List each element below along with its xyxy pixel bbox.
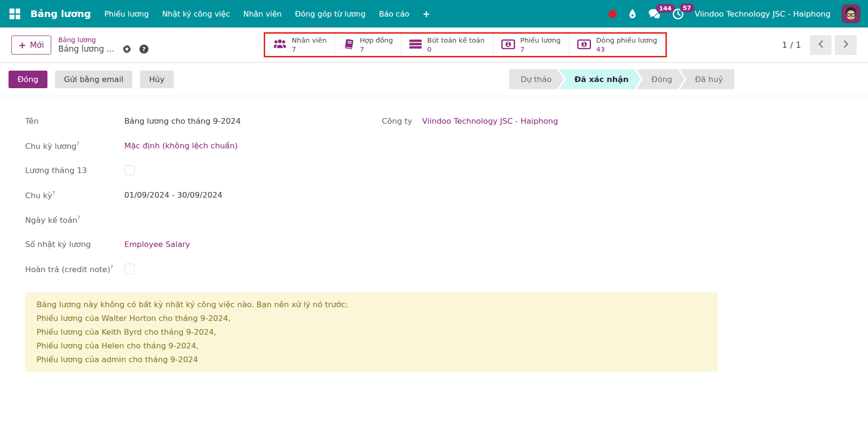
send-email-button[interactable]: Gửi bằng email <box>55 71 132 88</box>
pager: 1 / 1 <box>782 35 857 55</box>
breadcrumb-parent-link[interactable]: Bảng lương <box>58 36 148 44</box>
new-button[interactable]: + Mới <box>11 36 51 55</box>
field-row: Sổ nhật ký lương Employee Salary <box>25 232 382 256</box>
field-row: Hoàn trả (credit note)? <box>25 256 382 281</box>
breadcrumb-current: Bảng lương ... <box>58 44 114 54</box>
warning-line: Phiếu lương của Keith Byrd cho tháng 9-2… <box>37 325 706 339</box>
breadcrumb: Bảng lương Bảng lương ... ? <box>58 36 148 54</box>
chevron-left-icon <box>818 40 823 50</box>
menu-item-nhan-vien[interactable]: Nhân viên <box>237 9 288 18</box>
menu-plus-icon[interactable]: + <box>416 9 437 19</box>
smart-button-hop-dong[interactable]: Hợp đồng 7 <box>334 34 401 56</box>
menu-item-phieu-luong[interactable]: Phiếu lương <box>98 9 156 18</box>
statusbar-row: Đóng Gửi bằng email Hủy Dự thảo Đã xác n… <box>0 63 868 96</box>
smart-buttons-annotation-box: Nhân viên 7 Hợp đồng 7 <box>264 32 667 58</box>
activities-badge: 57 <box>680 3 694 12</box>
field-row: Ngày kế toán? <box>25 207 382 232</box>
stage-da-xac-nhan[interactable]: Đã xác nhận <box>559 69 641 89</box>
field-label-hoan-tra: Hoàn trả (credit note)? <box>25 264 124 274</box>
svg-text:1: 1 <box>582 42 586 47</box>
smart-button-label: Nhân viên <box>292 36 326 45</box>
field-label-ngay-ke-toan: Ngày kế toán? <box>25 215 124 225</box>
statusbar: Dự thảo Đã xác nhận Đóng Đã huỷ <box>509 69 734 89</box>
smart-button-label: Hợp đồng <box>360 36 393 45</box>
smart-button-label: Phiếu lương <box>520 36 561 45</box>
systray: 144 57 Viindoo Technology JSC - Haiphong <box>609 4 861 23</box>
record-indicator-dot <box>609 10 617 18</box>
warning-line: Phiếu lương của admin cho tháng 9-2024 <box>37 353 706 366</box>
warning-line: Bảng lương này không có bất kỳ nhật ký c… <box>37 298 706 311</box>
smart-button-phieu-luong[interactable]: 1 Phiếu lương 7 <box>493 34 569 56</box>
help-marker: ? <box>110 264 113 270</box>
field-value-chu-ky-luong[interactable]: Mặc định (không lệch chuẩn) <box>124 141 238 150</box>
money-icon: 1 <box>577 39 591 51</box>
company-switcher[interactable]: Viindoo Technology JSC - Haiphong <box>695 9 831 18</box>
field-value-ten: Bảng lương cho tháng 9-2024 <box>124 117 240 126</box>
help-marker: ? <box>52 190 55 196</box>
messages-icon[interactable]: 144 <box>648 9 661 19</box>
field-row: Lương tháng 13 <box>25 158 382 182</box>
checkbox-hoan-tra[interactable] <box>124 264 135 274</box>
form-sheet: Tên Bảng lương cho tháng 9-2024 Chu kỳ l… <box>0 96 868 391</box>
field-label-chu-ky-luong: Chu kỳ lương? <box>25 141 124 151</box>
field-row: Chu kỳ? 01/09/2024 - 30/09/2024 <box>25 182 382 207</box>
field-label-ten: Tên <box>25 117 124 126</box>
field-label-chu-ky: Chu kỳ? <box>25 190 124 200</box>
stage-du-thao[interactable]: Dự thảo <box>509 69 564 89</box>
plus-icon: + <box>18 40 26 50</box>
field-label-so-nhat-ky-luong: Sổ nhật ký lương <box>25 240 124 249</box>
stage-dong[interactable]: Đóng <box>636 69 684 89</box>
field-value-chu-ky: 01/09/2024 - 30/09/2024 <box>124 191 222 200</box>
menu-item-nhat-ky-cong-viec[interactable]: Nhật ký công việc <box>156 9 237 18</box>
smart-button-label: Bút toán kế toán <box>427 36 484 45</box>
smart-button-value: 7 <box>292 45 296 54</box>
smart-button-but-toan-ke-toan[interactable]: Bút toán kế toán 0 <box>401 34 492 56</box>
stage-da-huy[interactable]: Đã huỷ <box>680 69 734 89</box>
users-icon <box>273 39 286 51</box>
checkbox-luong-thang-13[interactable] <box>124 165 135 175</box>
apps-menu-icon[interactable] <box>8 9 22 19</box>
gear-icon[interactable] <box>122 45 131 54</box>
new-button-label: Mới <box>30 40 44 50</box>
app-title[interactable]: Bảng lương <box>30 8 91 19</box>
bars-icon <box>409 39 422 51</box>
field-row: Tên Bảng lương cho tháng 9-2024 <box>25 109 382 133</box>
activities-clock-icon[interactable]: 57 <box>672 8 684 20</box>
smart-button-nhan-vien[interactable]: Nhân viên 7 <box>265 34 334 56</box>
smart-button-value: 0 <box>427 45 431 54</box>
pager-next-button[interactable] <box>835 35 857 55</box>
pager-previous-button[interactable] <box>810 35 831 55</box>
user-avatar[interactable] <box>841 4 860 23</box>
warning-alert: Bảng lương này không có bất kỳ nhật ký c… <box>25 292 718 372</box>
help-marker: ? <box>77 215 80 221</box>
smart-button-value: 43 <box>596 45 605 54</box>
field-label-luong-thang-13: Lương tháng 13 <box>25 166 124 175</box>
svg-text:1: 1 <box>507 42 510 47</box>
smart-button-dong-phieu-luong[interactable]: 1 Dòng phiếu lương 43 <box>569 34 665 56</box>
menu-item-bao-cao[interactable]: Báo cáo <box>372 9 416 18</box>
top-navbar: Bảng lương Phiếu lương Nhật ký công việc… <box>0 0 868 27</box>
money-icon: 1 <box>501 39 515 51</box>
warning-line: Phiếu lương của Walter Horton cho tháng … <box>37 311 706 325</box>
help-icon[interactable]: ? <box>139 45 148 54</box>
smart-button-value: 7 <box>360 45 364 54</box>
field-value-cong-ty[interactable]: Viindoo Technology JSC - Haiphong <box>422 117 558 126</box>
close-payroll-button[interactable]: Đóng <box>9 71 47 88</box>
smart-button-value: 7 <box>520 45 525 54</box>
chevron-right-icon <box>843 40 849 50</box>
field-value-so-nhat-ky-luong[interactable]: Employee Salary <box>124 240 190 249</box>
drop-icon[interactable] <box>628 9 637 19</box>
help-marker: ? <box>76 141 79 147</box>
field-row: Công ty Viindoo Technology JSC - Haiphon… <box>382 109 857 133</box>
menu-item-dong-gop-tu-luong[interactable]: Đóng góp từ lương <box>288 9 372 18</box>
book-icon <box>343 38 354 51</box>
pager-counter: 1 / 1 <box>782 40 801 50</box>
smart-button-label: Dòng phiếu lương <box>596 36 657 45</box>
control-panel: + Mới Bảng lương Bảng lương ... ? <box>0 27 868 63</box>
field-label-cong-ty: Công ty <box>382 117 422 126</box>
field-row: Chu kỳ lương? Mặc định (không lệch chuẩn… <box>25 133 382 158</box>
cancel-button[interactable]: Hủy <box>140 71 174 88</box>
main-menu: Phiếu lương Nhật ký công việc Nhân viên … <box>98 9 437 19</box>
warning-line: Phiếu lương của Helen cho tháng 9-2024, <box>37 339 706 353</box>
